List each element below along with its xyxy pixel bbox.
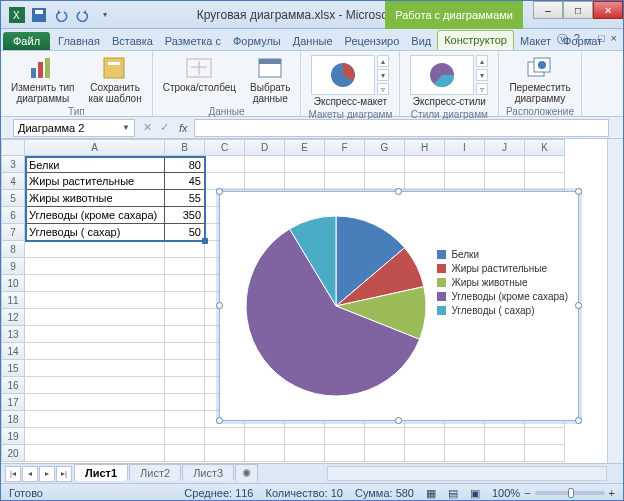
row-header[interactable]: 7 [1,224,25,241]
cell[interactable]: Углеводы (кроме сахара) [25,207,165,224]
move-chart-button[interactable]: Переместить диаграмму [505,53,574,106]
cell[interactable] [445,173,485,190]
save-as-template-button[interactable]: Сохранить как шаблон [84,53,145,106]
cell[interactable] [205,156,245,173]
name-box-dropdown-icon[interactable]: ▼ [122,123,130,132]
express-layout-button[interactable]: ▴▾▿ Экспресс-макет [307,53,393,109]
col-header-D[interactable]: D [245,139,285,156]
row-header[interactable]: 12 [1,309,25,326]
view-page-layout-icon[interactable]: ▤ [448,487,458,500]
cell[interactable] [525,428,565,445]
resize-handle-se[interactable] [575,417,582,424]
zoom-control[interactable]: 100% − + [492,487,615,499]
cell[interactable]: 350 [165,207,205,224]
cell[interactable]: Жиры растительные [25,173,165,190]
view-normal-icon[interactable]: ▦ [426,487,436,500]
ribbon-minimize-icon[interactable]: ⓥ [557,32,568,47]
sheet-tab-2[interactable]: Лист2 [129,464,181,481]
cell[interactable] [325,428,365,445]
doc-restore-icon[interactable]: □ [598,32,605,47]
save-icon[interactable] [29,5,49,25]
cell[interactable] [405,428,445,445]
legend-item[interactable]: Жиры животные [437,277,568,288]
tab-chart-layout[interactable]: Макет [514,32,557,50]
sheet-tab-1[interactable]: Лист1 [74,464,128,481]
cell[interactable] [525,156,565,173]
cell[interactable] [165,275,205,292]
cell[interactable] [485,428,525,445]
cell[interactable] [365,156,405,173]
close-button[interactable]: ✕ [593,1,623,19]
cell[interactable] [165,394,205,411]
cell[interactable] [165,309,205,326]
col-header-E[interactable]: E [285,139,325,156]
qat-dropdown-icon[interactable]: ▾ [95,5,115,25]
gallery-down-icon[interactable]: ▾ [377,69,389,81]
col-header-K[interactable]: K [525,139,565,156]
cell[interactable] [405,156,445,173]
formula-bar[interactable] [194,119,609,137]
vertical-scrollbar[interactable] [607,139,623,463]
tab-data[interactable]: Данные [287,32,339,50]
cell[interactable] [245,156,285,173]
cell[interactable] [445,445,485,462]
row-header[interactable]: 8 [1,241,25,258]
cell[interactable] [25,360,165,377]
change-chart-type-button[interactable]: Изменить тип диаграммы [7,53,78,106]
tab-view[interactable]: Вид [405,32,437,50]
cell[interactable] [245,173,285,190]
cell[interactable] [405,445,445,462]
cell[interactable] [525,445,565,462]
cell[interactable]: 45 [165,173,205,190]
cell[interactable] [165,326,205,343]
help-icon[interactable]: ? [574,32,580,47]
legend-item[interactable]: Углеводы ( сахар) [437,305,568,316]
legend-item[interactable]: Жиры растительные [437,263,568,274]
row-header[interactable]: 14 [1,343,25,360]
view-page-break-icon[interactable]: ▣ [470,487,480,500]
undo-icon[interactable] [51,5,71,25]
cell[interactable] [405,173,445,190]
cell[interactable] [445,428,485,445]
cell[interactable] [165,428,205,445]
resize-handle-s[interactable] [395,417,402,424]
resize-handle-w[interactable] [216,302,223,309]
resize-handle-ne[interactable] [575,188,582,195]
cell[interactable] [325,173,365,190]
row-header[interactable]: 13 [1,326,25,343]
col-header-J[interactable]: J [485,139,525,156]
row-header[interactable]: 17 [1,394,25,411]
row-header[interactable]: 16 [1,377,25,394]
resize-handle-e[interactable] [575,302,582,309]
express-styles-button[interactable]: ▴▾▿ Экспресс-стили [406,53,492,109]
cell[interactable] [25,343,165,360]
cell[interactable] [25,292,165,309]
cell[interactable] [25,377,165,394]
col-header-G[interactable]: G [365,139,405,156]
col-header-C[interactable]: C [205,139,245,156]
doc-close-icon[interactable]: × [611,32,617,47]
tab-page-layout[interactable]: Разметка с [159,32,227,50]
cell[interactable] [205,445,245,462]
sheet-tab-3[interactable]: Лист3 [182,464,234,481]
styles-down-icon[interactable]: ▾ [476,69,488,81]
row-header[interactable]: 4 [1,173,25,190]
tab-review[interactable]: Рецензиро [339,32,406,50]
chart-object[interactable]: БелкиЖиры растительныеЖиры животныеУглев… [219,191,579,421]
cell[interactable] [165,360,205,377]
cell[interactable] [25,241,165,258]
row-header[interactable]: 18 [1,411,25,428]
resize-handle-n[interactable] [395,188,402,195]
cell[interactable] [165,241,205,258]
gallery-more-icon[interactable]: ▿ [377,83,389,95]
cell[interactable] [25,428,165,445]
sheet-nav-prev-icon[interactable]: ◂ [22,466,38,482]
row-header[interactable]: 10 [1,275,25,292]
cell[interactable] [165,343,205,360]
name-box[interactable]: Диаграмма 2 ▼ [13,119,135,137]
enter-formula-icon[interactable]: ✓ [156,121,173,134]
gallery-up-icon[interactable]: ▴ [377,55,389,67]
cell[interactable] [245,428,285,445]
cell[interactable] [25,394,165,411]
tab-chart-design[interactable]: Конструктор [437,30,514,50]
